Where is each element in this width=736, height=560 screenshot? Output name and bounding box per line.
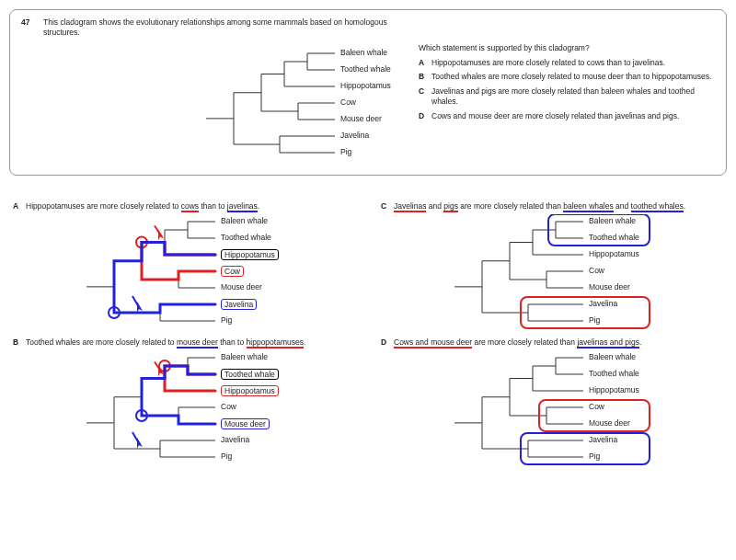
- explanations-grid: A Hippopotamuses are more closely relate…: [9, 201, 727, 474]
- option-C[interactable]: CJavelinas and pigs are more closely rel…: [419, 86, 713, 108]
- expl-letter: A: [13, 201, 26, 212]
- highlight-term: Javelinas: [394, 201, 426, 212]
- expl-letter: D: [381, 337, 394, 349]
- expl-text-A: Hippopotamuses are more closely related …: [26, 201, 259, 212]
- taxon-label: Pig: [589, 315, 600, 325]
- taxon-label: Pig: [221, 451, 232, 461]
- option-D[interactable]: DCows and mouse deer are more closely re…: [419, 111, 713, 121]
- expl-cladogram-B: Baleen whaleToothed whaleHippopotamusCow…: [13, 350, 353, 468]
- taxon-label: Hippopotamus: [589, 385, 639, 394]
- highlight-term: mouse deer: [177, 337, 218, 349]
- expl-cladogram-D: Baleen whaleToothed whaleHippopotamusCow…: [381, 350, 721, 468]
- explanation-D: D Cows and mouse deer are more closely r…: [381, 337, 721, 468]
- explanation-C: C Javelinas and pigs are more closely re…: [381, 201, 721, 332]
- taxon-label: Baleen whale: [221, 352, 268, 361]
- option-text: Javelinas and pigs are more closely rela…: [431, 86, 713, 108]
- taxon-label: Javelina: [589, 299, 617, 308]
- taxon-label: Pig: [340, 147, 351, 156]
- svg-rect-106: [521, 433, 650, 464]
- taxon-label: Cow: [221, 266, 244, 277]
- taxon-label: Baleen whale: [589, 352, 636, 361]
- taxon-label: Mouse deer: [340, 114, 382, 123]
- taxon-label: Cow: [589, 402, 604, 411]
- option-letter: C: [419, 86, 431, 108]
- taxon-label: Cow: [340, 97, 356, 107]
- explanation-B: B Toothed whales are more closely relate…: [13, 337, 353, 468]
- explanation-A: A Hippopotamuses are more closely relate…: [13, 201, 353, 332]
- question-box: 47 This cladogram shows the evolutionary…: [9, 9, 727, 176]
- taxon-label: Baleen whale: [589, 216, 636, 225]
- expl-letter: C: [381, 201, 394, 212]
- option-text: Toothed whales are more closely related …: [431, 72, 711, 82]
- taxon-label: Toothed whale: [589, 233, 639, 242]
- taxon-label: Mouse deer: [221, 282, 262, 291]
- option-letter: D: [419, 111, 431, 121]
- question-number: 47: [21, 17, 29, 27]
- expl-letter: B: [13, 337, 26, 349]
- taxon-label: Javelina: [221, 299, 257, 310]
- highlight-term: pigs: [443, 201, 458, 212]
- question-text: This cladogram shows the evolutionary re…: [43, 17, 404, 39]
- taxon-label: Hippopotamus: [221, 385, 279, 396]
- svg-line-85: [132, 432, 140, 445]
- options-list: AHippopotamuses are more closely related…: [419, 58, 713, 121]
- taxon-label: Baleen whale: [221, 216, 268, 225]
- highlight-term: javelinas and pigs: [577, 337, 639, 349]
- svg-rect-62: [521, 297, 650, 328]
- taxon-label: Mouse deer: [589, 418, 630, 428]
- question-right-column: Which statement is supported by this cla…: [419, 43, 713, 125]
- taxon-label: Baleen whale: [340, 48, 387, 57]
- question-prompt: Which statement is supported by this cla…: [419, 43, 713, 52]
- highlight-term: javelinas: [227, 201, 258, 212]
- option-B[interactable]: BToothed whales are more closely related…: [419, 72, 713, 82]
- option-text: Hippopotamuses are more closely related …: [431, 58, 665, 68]
- expl-cladogram-A: Baleen whaleToothed whaleHippopotamusCow…: [13, 214, 353, 332]
- taxon-label: Cow: [589, 266, 604, 275]
- expl-text-B: Toothed whales are more closely related …: [26, 337, 305, 349]
- highlight-term: hippopotamuses: [247, 337, 304, 349]
- option-A[interactable]: AHippopotamuses are more closely related…: [419, 58, 713, 68]
- expl-cladogram-C: Baleen whaleToothed whaleHippopotamusCow…: [381, 214, 721, 332]
- option-letter: B: [419, 72, 431, 82]
- option-text: Cows and mouse deer are more closely rel…: [431, 111, 679, 121]
- taxon-label: Cow: [221, 402, 236, 411]
- highlight-term: Cows and mouse deer: [394, 337, 472, 349]
- expl-text-C: Javelinas and pigs are more closely rela…: [394, 201, 685, 212]
- taxon-label: Javelina: [589, 435, 617, 444]
- highlight-term: cows: [181, 201, 199, 212]
- taxon-label: Hippopotamus: [221, 249, 279, 260]
- taxon-label: Mouse deer: [221, 418, 270, 429]
- svg-line-41: [132, 296, 140, 309]
- taxon-label: Pig: [589, 451, 600, 461]
- taxon-label: Hippopotamus: [340, 81, 391, 90]
- taxon-label: Hippopotamus: [589, 249, 639, 258]
- taxon-label: Javelina: [221, 435, 249, 444]
- taxon-label: Toothed whale: [221, 233, 271, 242]
- taxon-label: Toothed whale: [221, 369, 279, 380]
- highlight-term: toothed whales: [631, 201, 684, 212]
- taxon-label: Pig: [221, 315, 232, 325]
- taxon-label: Mouse deer: [589, 282, 630, 291]
- option-letter: A: [419, 58, 431, 68]
- taxon-label: Javelina: [340, 131, 369, 140]
- highlight-term: baleen whales: [563, 201, 613, 212]
- taxon-label: Toothed whale: [340, 64, 391, 74]
- expl-text-D: Cows and mouse deer are more closely rel…: [394, 337, 641, 349]
- taxon-label: Toothed whale: [589, 369, 639, 378]
